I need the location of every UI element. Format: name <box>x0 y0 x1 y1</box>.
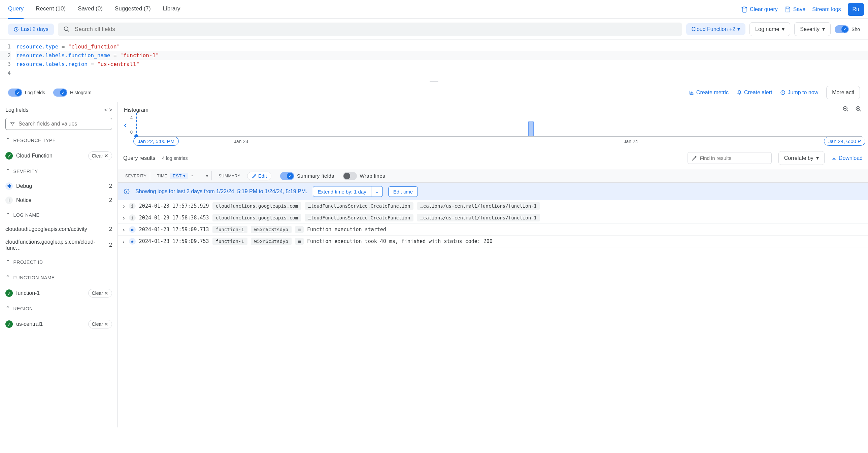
log-chip[interactable]: …loudFunctionsService.CreateFunction <box>305 214 413 222</box>
timestamp: 2024-01-23 17:58:38.453 <box>139 215 209 221</box>
logname-activity[interactable]: cloudaudit.googleapis.com/activity 2 <box>0 223 118 235</box>
time-start-chip[interactable]: Jan 22, 5:00 PM <box>133 137 179 146</box>
run-query-button[interactable]: Ru <box>848 3 864 16</box>
region-value[interactable]: ✓ us-central1 Clear ✕ <box>0 316 118 332</box>
query-editor[interactable]: 1234 resource.type = "cloud_function" re… <box>0 40 868 80</box>
expand-icon[interactable]: › <box>122 226 126 233</box>
fields-filter-input[interactable] <box>5 118 112 130</box>
summary-fields-toggle[interactable] <box>280 172 294 180</box>
log-row[interactable]: ›i2024-01-23 17:58:38.453cloudfunctions.… <box>118 212 868 224</box>
severity-debug[interactable]: ✱ Debug 2 <box>0 179 118 193</box>
panel-collapse-icon[interactable]: < > <box>104 107 112 113</box>
time-range-chip[interactable]: Last 2 days <box>8 24 54 35</box>
log-chip[interactable]: function-1 <box>213 237 247 245</box>
correlate-by-button[interactable]: Correlate by ▾ <box>778 151 825 165</box>
col-time[interactable]: TIME EST ▾ ↑ ▾ <box>154 171 212 181</box>
expand-icon[interactable]: › <box>122 238 126 245</box>
log-chip[interactable]: …cations/us-central1/functions/function-… <box>417 214 540 222</box>
search-all-fields[interactable] <box>58 23 682 36</box>
download-icon <box>831 156 837 161</box>
tab-query[interactable]: Query <box>8 0 24 19</box>
edit-columns-button[interactable]: Edit <box>247 172 271 181</box>
expand-icon[interactable]: › <box>122 215 126 222</box>
clear-region[interactable]: Clear ✕ <box>88 320 112 328</box>
tab-saved[interactable]: Saved (0) <box>78 0 103 19</box>
log-row[interactable]: ›i2024-01-23 17:57:25.929cloudfunctions.… <box>118 200 868 212</box>
extend-time-menu[interactable]: ⌄ <box>371 186 383 197</box>
histogram-toggle[interactable] <box>53 89 67 97</box>
time-menu-icon[interactable]: ▾ <box>206 174 209 179</box>
editor-code[interactable]: resource.type = "cloud_function" resourc… <box>13 42 868 77</box>
resource-filter-chip[interactable]: Cloud Function +2 ▾ <box>686 23 745 35</box>
results-column-headers: SEVERITY TIME EST ▾ ↑ ▾ SUMMARY Edit Sum… <box>118 169 868 183</box>
chart-icon <box>689 90 694 95</box>
edit-time-button[interactable]: Edit time <box>388 187 418 197</box>
col-severity[interactable]: SEVERITY <box>122 172 150 180</box>
tab-suggested[interactable]: Suggested (7) <box>115 0 151 19</box>
log-row[interactable]: ›✱2024-01-23 17:59:09.713function-1w5xr6… <box>118 224 868 235</box>
clock-icon <box>780 90 785 95</box>
wrap-lines-toggle[interactable] <box>343 172 357 180</box>
resize-grip[interactable] <box>0 80 868 83</box>
timestamp: 2024-01-23 17:59:09.753 <box>139 238 209 244</box>
timezone-chip[interactable]: EST ▾ <box>170 173 188 179</box>
results-bar: Query results 4 log entries Correlate by… <box>118 147 868 169</box>
section-resource-type[interactable]: ⌃RESOURCE TYPE <box>0 133 118 148</box>
info-icon: i <box>5 197 13 204</box>
sort-asc-icon[interactable]: ↑ <box>191 174 193 179</box>
jump-to-now-button[interactable]: Jump to now <box>780 90 818 96</box>
timestamp: 2024-01-23 17:59:09.713 <box>139 226 209 232</box>
section-function-name[interactable]: ⌃FUNCTION NAME <box>0 270 118 285</box>
create-metric-button[interactable]: Create metric <box>689 90 728 96</box>
log-name-filter[interactable]: Log name ▾ <box>749 22 790 36</box>
section-region[interactable]: ⌃REGION <box>0 301 118 316</box>
log-chip[interactable]: cloudfunctions.googleapis.com <box>213 202 301 210</box>
log-menu-icon[interactable]: ≡ <box>295 226 304 233</box>
log-chip[interactable]: …cations/us-central1/functions/function-… <box>417 202 540 210</box>
search-icon <box>63 26 70 33</box>
tab-library[interactable]: Library <box>163 0 181 19</box>
zoom-in-icon[interactable] <box>855 106 862 112</box>
log-chip[interactable]: w5xr6c3tsdyb <box>251 226 291 233</box>
zoom-out-icon[interactable] <box>842 106 849 112</box>
clear-query-button[interactable]: Clear query <box>741 6 778 13</box>
severity-filter[interactable]: Severity ▾ <box>794 22 831 36</box>
histogram-bar[interactable] <box>528 121 534 136</box>
log-rows: ›i2024-01-23 17:57:25.929cloudfunctions.… <box>118 200 868 247</box>
stream-logs-button[interactable]: Stream logs <box>812 6 841 12</box>
section-log-name[interactable]: ⌃LOG NAME <box>0 207 118 223</box>
log-chip[interactable]: cloudfunctions.googleapis.com <box>213 214 301 222</box>
severity-notice[interactable]: i Notice 2 <box>0 193 118 207</box>
clear-function-name[interactable]: Clear ✕ <box>88 289 112 297</box>
create-alert-button[interactable]: Create alert <box>737 90 772 96</box>
query-controls: Last 2 days Cloud Function +2 ▾ Log name… <box>0 19 868 40</box>
log-menu-icon[interactable]: ≡ <box>295 238 304 245</box>
clear-resource-type[interactable]: Clear ✕ <box>88 152 112 160</box>
extend-time-button[interactable]: Extend time by: 1 day <box>313 186 371 197</box>
log-chip[interactable]: …loudFunctionsService.CreateFunction <box>305 202 413 210</box>
info-icon: i <box>129 203 136 209</box>
search-input[interactable] <box>75 26 677 33</box>
log-row[interactable]: ›✱2024-01-23 17:59:09.753function-1w5xr6… <box>118 235 868 247</box>
section-severity[interactable]: ⌃SEVERITY <box>0 164 118 179</box>
log-fields-toggle[interactable] <box>8 89 22 97</box>
resource-type-value[interactable]: ✓ Cloud Function Clear ✕ <box>0 148 118 164</box>
save-button[interactable]: Save <box>784 6 805 13</box>
log-fields-panel: Log fields < > ⌃RESOURCE TYPE ✓ Cloud Fu… <box>0 102 118 427</box>
download-button[interactable]: Download <box>831 155 863 161</box>
svg-point-1 <box>64 27 68 31</box>
save-icon <box>784 6 791 13</box>
show-query-toggle[interactable] <box>835 25 849 33</box>
histogram-prev[interactable]: ‹ <box>124 120 127 130</box>
log-chip[interactable]: function-1 <box>213 226 247 233</box>
section-project-id[interactable]: ⌃PROJECT ID <box>0 254 118 270</box>
find-in-results[interactable] <box>687 152 772 164</box>
more-actions-button[interactable]: More acti <box>826 86 860 99</box>
expand-icon[interactable]: › <box>122 203 126 210</box>
tab-recent[interactable]: Recent (10) <box>36 0 66 19</box>
function-name-value[interactable]: ✓ function-1 Clear ✕ <box>0 285 118 301</box>
time-end-chip[interactable]: Jan 24, 6:00 P <box>824 137 865 146</box>
logname-cloudfunc[interactable]: cloudfunctions.googleapis.com/cloud-func… <box>0 235 118 254</box>
histogram-chart[interactable] <box>136 113 862 137</box>
log-chip[interactable]: w5xr6c3tsdyb <box>251 237 291 245</box>
